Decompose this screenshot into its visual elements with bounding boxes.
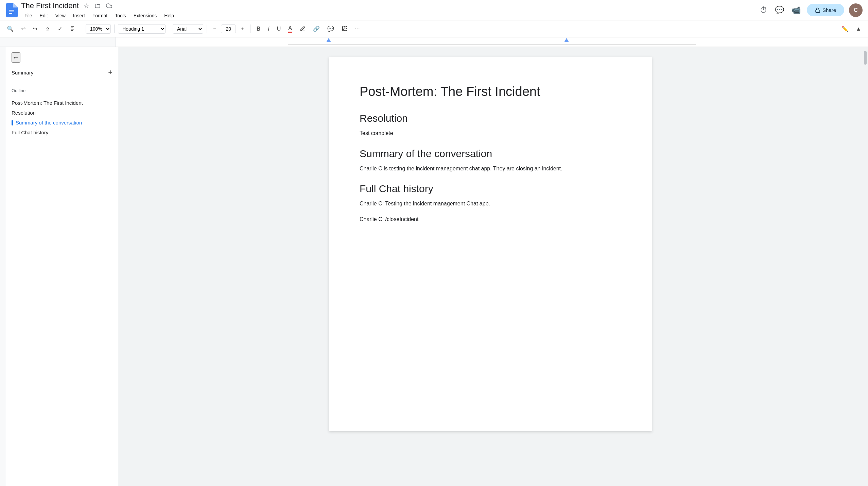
doc-page: Post-Mortem: The First Incident Resoluti… [329, 57, 652, 431]
history-button[interactable]: ⏱ [759, 4, 769, 16]
right-scrollbar[interactable] [863, 47, 868, 486]
title-bar-right: ⏱ 💬 📹 Share C [759, 3, 863, 17]
star-button[interactable]: ☆ [82, 1, 90, 11]
font-size-increase[interactable]: + [238, 24, 246, 34]
left-margin [0, 47, 6, 486]
edit-mode-button[interactable]: ✏️ [839, 23, 851, 34]
summary-label: Summary [12, 70, 33, 76]
outline-label: Outline [12, 88, 112, 93]
doc-main-title: Post-Mortem: The First Incident [360, 84, 621, 99]
sidebar: ← Summary + Outline Post-Mortem: The Fir… [6, 47, 118, 486]
toolbar-right: ✏️ ▲ [839, 23, 864, 34]
collapse-toolbar-button[interactable]: ▲ [853, 24, 864, 34]
share-button[interactable]: Share [807, 4, 844, 16]
toolbar-separator-3 [169, 24, 169, 33]
undo-button[interactable]: ↩ [18, 23, 28, 34]
more-button[interactable]: ⋯ [352, 23, 363, 34]
svg-rect-0 [9, 10, 14, 11]
scrollbar-thumb[interactable] [864, 51, 867, 65]
doc-heading-resolution: Resolution [360, 113, 621, 124]
svg-rect-1 [9, 12, 14, 12]
italic-button[interactable]: I [265, 24, 272, 34]
font-select[interactable]: Arial [173, 24, 203, 34]
svg-rect-2 [9, 13, 12, 14]
comments-button[interactable]: 💬 [774, 4, 785, 16]
font-size-decrease[interactable]: − [210, 24, 219, 34]
docs-icon [5, 3, 18, 17]
title-icons: ☆ [82, 1, 114, 11]
doc-title[interactable]: The First Incident [21, 1, 79, 10]
paintformat-button[interactable] [67, 24, 79, 34]
svg-marker-6 [564, 38, 569, 42]
doc-heading-summary: Summary of the conversation [360, 148, 621, 160]
ruler [0, 37, 868, 47]
video-button[interactable]: 📹 [790, 4, 802, 16]
underline-button[interactable]: U [274, 24, 284, 34]
doc-area[interactable]: Post-Mortem: The First Incident Resoluti… [118, 47, 863, 486]
tools-menu[interactable]: Tools [111, 12, 129, 20]
svg-marker-5 [326, 38, 331, 42]
ruler-inner [116, 37, 868, 47]
doc-body-resolution: Test complete [360, 129, 621, 138]
doc-heading-chat: Full Chat history [360, 183, 621, 195]
share-label: Share [822, 7, 836, 13]
outline-item-1[interactable]: Resolution [12, 108, 112, 118]
title-section: The First Incident ☆ File Edit View Inse… [21, 1, 759, 20]
format-menu[interactable]: Format [89, 12, 111, 20]
image-button[interactable]: 🖼 [339, 24, 350, 34]
insert-menu[interactable]: Insert [70, 12, 88, 20]
comment-button[interactable]: 💬 [325, 23, 337, 34]
cloud-button[interactable] [105, 1, 114, 10]
toolbar-separator-2 [114, 24, 115, 33]
sidebar-divider [12, 81, 112, 81]
summary-row: Summary + [12, 68, 112, 77]
spellcheck-button[interactable]: ✓ [55, 23, 65, 34]
doc-body-summary: Charlie C is testing the incident manage… [360, 164, 621, 173]
main-layout: ← Summary + Outline Post-Mortem: The Fir… [0, 47, 868, 486]
menu-bar: File Edit View Insert Format Tools Exten… [21, 12, 759, 20]
sidebar-back-button[interactable]: ← [12, 52, 20, 63]
summary-add-button[interactable]: + [108, 68, 112, 77]
toolbar-separator-1 [82, 24, 82, 33]
print-button[interactable]: 🖨 [42, 24, 53, 34]
doc-body-chat-line-1: Charlie C: Testing the incident manageme… [360, 199, 621, 208]
folder-button[interactable] [93, 1, 102, 10]
outline-item-0[interactable]: Post-Mortem: The First Incident [12, 98, 112, 108]
doc-body-chat-line-2: Charlie C: /closeIncident [360, 215, 621, 224]
font-size-input[interactable] [221, 24, 236, 33]
toolbar: 🔍 ↩ ↪ 🖨 ✓ 100% Heading 1 Arial − + B I U… [0, 20, 868, 37]
outline-item-2[interactable]: Summary of the conversation [12, 118, 112, 128]
svg-rect-3 [816, 10, 820, 12]
toolbar-separator-5 [250, 24, 250, 33]
avatar[interactable]: C [849, 3, 863, 17]
file-menu[interactable]: File [21, 12, 36, 20]
outline-item-3[interactable]: Full Chat history [12, 128, 112, 137]
search-button[interactable]: 🔍 [4, 23, 16, 34]
zoom-select[interactable]: 100% [86, 24, 111, 34]
title-bar: The First Incident ☆ File Edit View Inse… [0, 0, 868, 20]
text-color-button[interactable]: A [285, 23, 295, 35]
view-menu[interactable]: View [52, 12, 69, 20]
extensions-menu[interactable]: Extensions [130, 12, 160, 20]
redo-button[interactable]: ↪ [30, 23, 40, 34]
help-menu[interactable]: Help [161, 12, 177, 20]
edit-menu[interactable]: Edit [36, 12, 51, 20]
highlight-button[interactable] [297, 24, 308, 34]
style-select[interactable]: Heading 1 [118, 24, 166, 34]
link-button[interactable]: 🔗 [310, 23, 323, 34]
bold-button[interactable]: B [254, 24, 263, 34]
toolbar-separator-4 [207, 24, 207, 33]
